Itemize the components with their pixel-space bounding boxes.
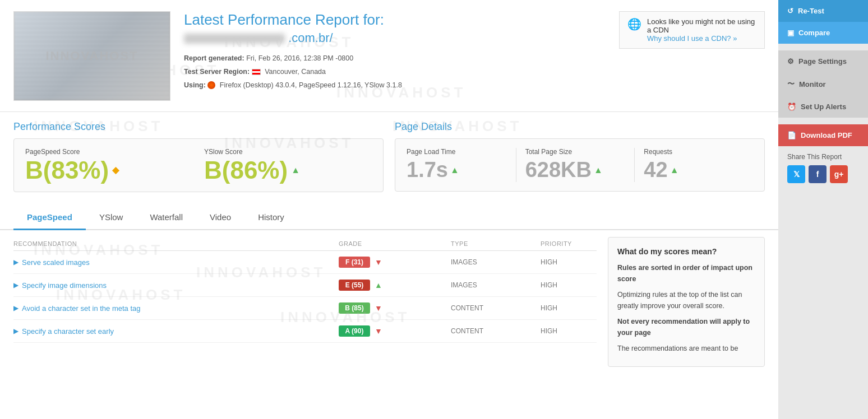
info-box-title: What do my scores mean? [617,245,755,258]
priority-0: HIGH [541,258,597,266]
page-size-value: 628KB ▲ [525,158,626,182]
right-sidebar: ↺ Re-Test ▣ Compare ⚙ Page Settings 〜 Mo… [778,0,868,419]
facebook-share-button[interactable]: f [809,165,827,183]
expand-icon-2[interactable]: ▶ [13,304,19,312]
reco-name-1[interactable]: ▶ Specify image dimensions [13,281,339,290]
tabs-bar: PageSpeed YSlow Waterfall Video History [0,206,778,230]
trend-2: ▼ [375,304,382,313]
pagespeed-score-item: PageSpeed Score B(83%) ◆ [25,148,193,183]
priority-3: HIGH [541,327,597,335]
type-0: IMAGES [451,258,541,266]
share-section: Share This Report 𝕏 f g+ [778,146,868,190]
yslow-score-item: YSlow Score B(86%) ▲ [204,148,372,183]
load-time-value: 1.7s ▲ [407,158,507,182]
load-time-label: Page Load Time [407,148,507,156]
firefox-icon [207,81,215,89]
website-screenshot [13,11,170,101]
table-header-row: RECOMMENDATION GRADE TYPE PRIORITY [13,237,597,251]
retest-icon: ↺ [787,7,793,15]
grade-bar-0: F (31) ▼ [339,257,451,268]
info-line4: The recommendations are meant to be [617,343,755,354]
compare-button[interactable]: ▣ Compare [778,22,868,44]
using-value: Firefox (Desktop) 43.0.4, PageSpeed 1.12… [220,81,402,89]
table-row: ▶ Serve scaled images F (31) ▼ IMAGES HI… [13,251,597,274]
reco-name-3[interactable]: ▶ Specify a character set early [13,327,339,336]
reco-name-2[interactable]: ▶ Avoid a character set in the meta tag [13,304,339,313]
performance-scores-title: Performance Scores [13,121,384,133]
compare-icon: ▣ [787,29,794,37]
alerts-icon: ⏰ [787,103,796,111]
requests-trend: ▲ [670,165,679,175]
requests-value: 42 ▲ [644,158,744,182]
gplus-share-button[interactable]: g+ [830,165,848,183]
set-up-alerts-button[interactable]: ⏰ Set Up Alerts [778,96,868,118]
table-row: ▶ Specify a character set early A (90) ▼… [13,320,597,343]
type-2: CONTENT [451,304,541,312]
scores-box: PageSpeed Score B(83%) ◆ YSlow Score B(8… [13,138,384,192]
tab-pagespeed[interactable]: PageSpeed [13,206,86,230]
grade-bar-2: B (85) ▼ [339,302,451,314]
monitor-icon: 〜 [787,79,795,89]
share-title: Share This Report [787,153,859,161]
pagespeed-label: PageSpeed Score [25,148,193,156]
page-size-item: Total Page Size 628KB ▲ [516,148,635,182]
info-line1: Rules are sorted in order of impact upon… [617,264,752,283]
pagespeed-trend-icon: ◆ [112,166,119,175]
expand-icon-3[interactable]: ▶ [13,327,19,335]
retest-button[interactable]: ↺ Re-Test [778,0,868,22]
col-priority: PRIORITY [541,240,597,247]
recommendations-table: RECOMMENDATION GRADE TYPE PRIORITY ▶ Ser… [13,237,597,367]
col-recommendation: RECOMMENDATION [13,240,339,247]
reco-name-0[interactable]: ▶ Serve scaled images [13,258,339,267]
table-row: ▶ Specify image dimensions E (55) ▲ IMAG… [13,274,597,297]
report-generated-value: Fri, Feb 26, 2016, 12:38 PM -0800 [246,54,353,62]
tab-video[interactable]: Video [196,206,244,230]
page-size-trend: ▲ [594,165,603,175]
yslow-value: B(86%) ▲ [204,158,372,183]
twitter-share-button[interactable]: 𝕏 [787,165,805,183]
download-pdf-button[interactable]: 📄 Download PDF [778,124,868,146]
pagespeed-value: B(83%) ◆ [25,158,193,183]
scores-info-box: What do my scores mean? Rules are sorted… [608,237,765,367]
tab-yslow[interactable]: YSlow [86,206,137,230]
tab-waterfall[interactable]: Waterfall [136,206,196,230]
table-row: ▶ Avoid a character set in the meta tag … [13,297,597,320]
grade-pill-1: E (55) [339,280,370,291]
load-time-item: Page Load Time 1.7s ▲ [407,148,516,182]
details-box: Page Load Time 1.7s ▲ Total Page Size 62… [395,138,765,192]
grade-bar-3: A (90) ▼ [339,325,451,337]
canada-flag [252,69,261,75]
requests-label: Requests [644,148,744,156]
load-time-trend: ▲ [450,165,459,175]
expand-icon-1[interactable]: ▶ [13,281,19,289]
cdn-notice-text: Looks like you might not be using a CDN [647,17,756,34]
page-details-title: Page Details [395,121,765,133]
requests-item: Requests 42 ▲ [635,148,753,182]
cdn-notice: 🌐 Looks like you might not be using a CD… [619,11,765,49]
report-generated-label: Report generated: [184,54,244,62]
using-label: Using: [184,81,206,89]
yslow-label: YSlow Score [204,148,372,156]
test-server-label: Test Server Region: [184,68,250,76]
trend-1: ▲ [375,281,382,290]
grade-pill-2: B (85) [339,302,370,314]
type-1: IMAGES [451,281,541,289]
cdn-link[interactable]: Why should I use a CDN? » [647,34,737,43]
info-line3: Not every recommendation will apply to y… [617,318,750,337]
monitor-button[interactable]: 〜 Monitor [778,72,868,96]
priority-1: HIGH [541,281,597,289]
tab-history[interactable]: History [244,206,298,230]
expand-icon-0[interactable]: ▶ [13,258,19,266]
trend-3: ▼ [375,327,382,336]
trend-0: ▼ [375,258,382,267]
grade-bar-1: E (55) ▲ [339,280,451,291]
page-settings-button[interactable]: ⚙ Page Settings [778,50,868,72]
globe-icon: 🌐 [627,17,641,31]
yslow-trend-icon: ▲ [291,166,300,175]
page-size-label: Total Page Size [525,148,626,156]
pdf-icon: 📄 [787,131,796,139]
col-type: TYPE [451,240,541,247]
test-server-value: Vancouver, Canada [265,68,326,76]
type-3: CONTENT [451,327,541,335]
grade-pill-0: F (31) [339,257,370,268]
